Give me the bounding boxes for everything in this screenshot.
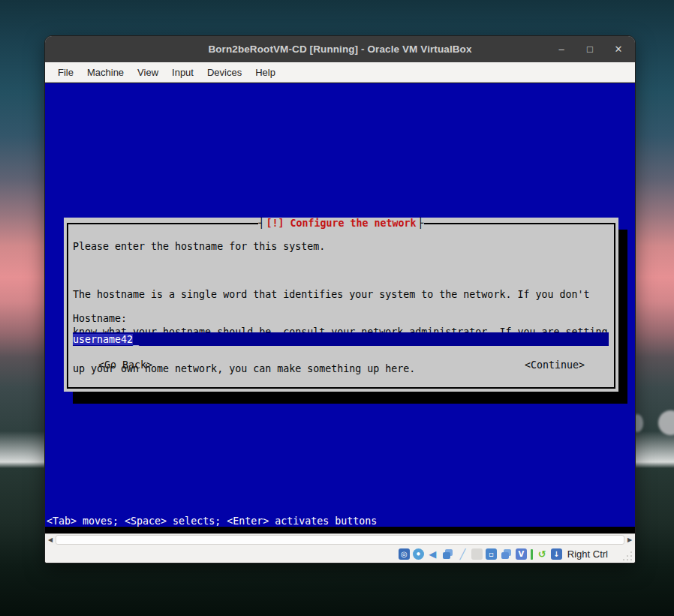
resize-grip-icon[interactable]: [623, 551, 632, 560]
network-icon[interactable]: [443, 552, 450, 559]
scrollbar-thumb[interactable]: [56, 535, 624, 545]
keyboard-icon[interactable]: ↓: [551, 548, 562, 560]
dialog-button-row: <Go Back> <Continue>: [64, 359, 618, 373]
mouse-integration-icon[interactable]: ↺: [537, 548, 548, 560]
border-tick-right: ├: [418, 218, 424, 229]
continue-button[interactable]: <Continue>: [525, 359, 585, 371]
hostname-prompt: Please enter the hostname for this syste…: [73, 241, 325, 252]
shared-folders-icon[interactable]: [501, 552, 509, 559]
hostname-input[interactable]: username42______________________________…: [73, 332, 609, 346]
harddisk-icon[interactable]: ◎: [399, 548, 410, 560]
installer-dialog: ┤[!] Configure the network├ Please enter…: [64, 218, 618, 392]
status-icon-tray: ◎•◀╱▫V↺↓: [399, 548, 562, 560]
maximize-icon[interactable]: □: [584, 44, 596, 54]
installer-help-line: <Tab> moves; <Space> selects; <Enter> ac…: [47, 515, 377, 527]
audio-icon[interactable]: ◀: [427, 548, 438, 560]
vm-console-screen[interactable]: ┤[!] Configure the network├ Please enter…: [45, 83, 635, 533]
menu-bar: File Machine View Input Devices Help: [45, 62, 635, 83]
console-unused-strip: [45, 527, 635, 533]
optical-drive-icon[interactable]: •: [413, 548, 424, 560]
close-icon[interactable]: ✕: [612, 44, 624, 54]
menu-machine[interactable]: Machine: [80, 65, 131, 80]
menu-devices[interactable]: Devices: [200, 65, 248, 80]
virtualbox-window: Born2beRootVM-CD [Running] - Oracle VM V…: [45, 36, 635, 563]
display-icon[interactable]: ▫: [486, 548, 497, 560]
description-line: The hostname is a single word that ident…: [73, 289, 607, 302]
usb-icon[interactable]: ╱: [457, 548, 468, 560]
menu-file[interactable]: File: [51, 65, 80, 80]
menu-input[interactable]: Input: [165, 65, 200, 80]
hostname-field-label: Hostname:: [73, 313, 127, 324]
horizontal-scrollbar[interactable]: ◀ ▶: [45, 533, 635, 545]
hostname-input-value: username42: [73, 334, 133, 345]
menu-help[interactable]: Help: [248, 65, 282, 80]
activity-bar-icon[interactable]: [531, 549, 533, 560]
status-bar: ◎•◀╱▫V↺↓ Right Ctrl: [45, 545, 635, 563]
titlebar[interactable]: Born2beRootVM-CD [Running] - Oracle VM V…: [45, 36, 635, 62]
window-controls: – □ ✕: [555, 36, 624, 62]
shared-clipboard-icon[interactable]: [471, 548, 483, 560]
go-back-button[interactable]: <Go Back>: [98, 359, 152, 371]
dialog-title: [!] Configure the network: [264, 218, 417, 229]
dialog-title-row: ┤[!] Configure the network├: [64, 218, 618, 230]
menu-view[interactable]: View: [131, 65, 165, 80]
features-icon[interactable]: V: [516, 548, 527, 560]
scroll-right-icon[interactable]: ▶: [625, 534, 634, 545]
scroll-left-icon[interactable]: ◀: [46, 534, 55, 545]
host-key-label: Right Ctrl: [567, 548, 608, 560]
text-cursor: _: [133, 334, 139, 345]
input-fill-underscores: ________________________________________…: [139, 334, 609, 345]
minimize-icon[interactable]: –: [555, 44, 567, 54]
window-title: Born2beRootVM-CD [Running] - Oracle VM V…: [45, 44, 635, 55]
bokeh-light: [658, 410, 674, 435]
